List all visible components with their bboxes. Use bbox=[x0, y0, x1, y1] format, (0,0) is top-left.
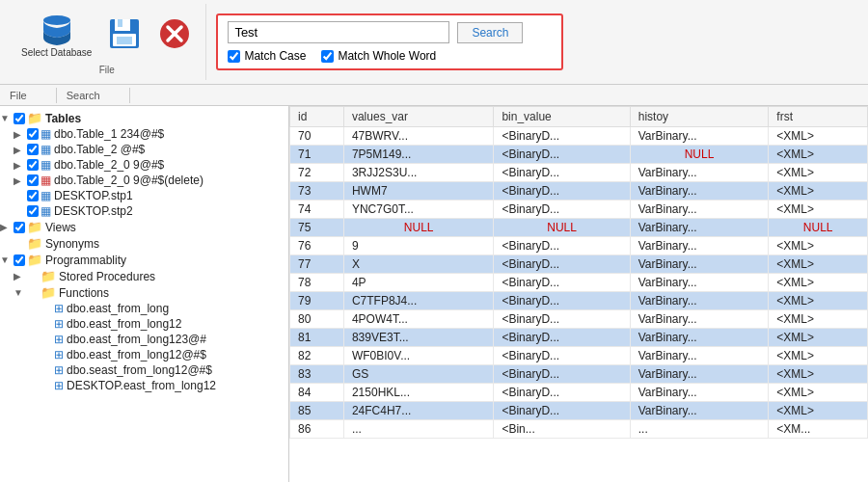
function-icon: ⊞ bbox=[54, 317, 64, 331]
table-row[interactable]: 8524FC4H7...<BinaryD...VarBinary...<XML> bbox=[290, 402, 868, 420]
toolbar: Select Database bbox=[0, 0, 868, 85]
match-whole-word-checkbox[interactable] bbox=[321, 50, 334, 63]
table-row[interactable]: 73HWM7<BinaryD...VarBinary...<XML> bbox=[290, 182, 868, 201]
tree-arrow: ▼ bbox=[0, 113, 12, 123]
match-case-label[interactable]: Match Case bbox=[228, 49, 306, 63]
table-row[interactable]: 82WF0BI0V...<BinaryD...VarBinary...<XML> bbox=[290, 347, 868, 365]
cell-id: 80 bbox=[290, 310, 344, 329]
table-row[interactable]: 842150HKL...<BinaryD...VarBinary...<XML> bbox=[290, 384, 868, 402]
cell-id: 85 bbox=[290, 402, 344, 420]
match-whole-word-label[interactable]: Match Whole Word bbox=[321, 49, 436, 63]
cell-frst: <XML> bbox=[769, 292, 868, 310]
cell-histoy: VarBinary... bbox=[630, 347, 769, 365]
tree-item-table6[interactable]: ▦DESKTOP.stp2 bbox=[0, 203, 288, 219]
tree-checkbox-prog-root[interactable] bbox=[14, 254, 25, 266]
table-icon: ▦ bbox=[41, 204, 51, 218]
cell-id: 78 bbox=[290, 274, 344, 292]
table-row[interactable]: 723RJJ2S3U...<BinaryD...VarBinary...<XML… bbox=[290, 164, 868, 182]
tree-item-fn2[interactable]: ⊞dbo.east_from_long12 bbox=[0, 316, 288, 332]
cell-id: 82 bbox=[290, 347, 344, 365]
cell-id: 81 bbox=[290, 329, 344, 347]
cell-bin_value: <BinaryD... bbox=[494, 365, 630, 384]
cell-bin_value: <BinaryD... bbox=[494, 164, 630, 182]
tree-checkbox-table4[interactable] bbox=[27, 174, 39, 186]
table-row[interactable]: 7047BWRV...<BinaryD...VarBinary...<XML> bbox=[290, 127, 868, 146]
table-icon: ▦ bbox=[41, 174, 51, 187]
cell-histoy: VarBinary... bbox=[630, 365, 769, 384]
table-row[interactable]: 784P<BinaryD...VarBinary...<XML> bbox=[290, 274, 868, 292]
tree-item-sp-root[interactable]: ▶📁Stored Procedures bbox=[0, 268, 288, 284]
tree-panel: ▼📁Tables▶▦dbo.Table_1 234@#$▶▦dbo.Table_… bbox=[0, 106, 289, 482]
tree-item-table5[interactable]: ▦DESKTOP.stp1 bbox=[0, 188, 288, 203]
tree-item-fn1[interactable]: ⊞dbo.east_from_long bbox=[0, 301, 288, 316]
tree-item-views-root[interactable]: ▶📁Views bbox=[0, 219, 288, 235]
tree-checkbox-table3[interactable] bbox=[27, 159, 39, 171]
cell-frst: <XML> bbox=[769, 164, 868, 182]
tree-checkbox-table6[interactable] bbox=[27, 205, 39, 217]
tree-item-fn3[interactable]: ⊞dbo.east_from_long123@# bbox=[0, 332, 288, 347]
table-row[interactable]: 769<BinaryD...VarBinary...<XML> bbox=[290, 237, 868, 255]
cell-frst: <XML> bbox=[769, 365, 868, 384]
table-row[interactable]: 74YNC7G0T...<BinaryD...VarBinary...<XML> bbox=[290, 201, 868, 219]
tree-checkbox-tables-root[interactable] bbox=[14, 113, 25, 124]
svg-rect-3 bbox=[118, 19, 122, 27]
save-button[interactable] bbox=[101, 14, 148, 55]
tree-item-table2[interactable]: ▶▦dbo.Table_2 @#$ bbox=[0, 142, 288, 157]
cell-histoy: VarBinary... bbox=[630, 329, 769, 347]
tree-item-prog-root[interactable]: ▼📁Programmablity bbox=[0, 252, 288, 268]
svg-point-0 bbox=[43, 15, 70, 25]
search-button[interactable]: Search bbox=[457, 22, 523, 43]
cell-values_var: C7TFP8J4... bbox=[343, 292, 493, 310]
tree-item-table4[interactable]: ▶▦dbo.Table_2_0 9@#$(delete) bbox=[0, 173, 288, 188]
tree-arrow: ▶ bbox=[14, 129, 25, 140]
tree-checkbox-table2[interactable] bbox=[27, 144, 39, 155]
select-database-button[interactable]: Select Database bbox=[15, 9, 97, 61]
function-icon: ⊞ bbox=[54, 363, 64, 377]
table-icon: ▦ bbox=[41, 127, 51, 141]
table-row[interactable]: 83GS<BinaryD...VarBinary...<XML> bbox=[290, 365, 868, 384]
cell-id: 73 bbox=[290, 182, 344, 201]
table-row[interactable]: 77X<BinaryD...VarBinary...<XML> bbox=[290, 255, 868, 274]
table-row[interactable]: 81839VE3T...<BinaryD...VarBinary...<XML> bbox=[290, 329, 868, 347]
tree-item-fn-root[interactable]: ▼📁Functions bbox=[0, 284, 288, 301]
folder-icon: 📁 bbox=[27, 111, 42, 125]
stop-button[interactable] bbox=[151, 14, 198, 55]
cell-id: 76 bbox=[290, 237, 344, 255]
cell-histoy: VarBinary... bbox=[630, 127, 769, 146]
tree-item-fn6[interactable]: ⊞DESKTOP.east_from_long12 bbox=[0, 378, 288, 393]
tree-checkbox-views-root[interactable] bbox=[14, 222, 25, 233]
table-row[interactable]: 79C7TFP8J4...<BinaryD...VarBinary...<XML… bbox=[290, 292, 868, 310]
folder-icon: 📁 bbox=[41, 285, 56, 300]
table-row[interactable]: 804POW4T...<BinaryD...VarBinary...<XML> bbox=[290, 310, 868, 329]
cell-values_var: 3RJJ2S3U... bbox=[343, 164, 493, 182]
table-row[interactable]: 86...<Bin......<XM... bbox=[290, 420, 868, 439]
tree-item-tables-root[interactable]: ▼📁Tables bbox=[0, 110, 288, 126]
cell-frst: <XML> bbox=[769, 310, 868, 329]
tree-item-syn-root[interactable]: 📁Synonyms bbox=[0, 235, 288, 252]
match-case-checkbox[interactable] bbox=[228, 50, 240, 63]
file-group: Select Database bbox=[8, 4, 206, 80]
table-row[interactable]: 717P5M149...<BinaryD...NULL<XML> bbox=[290, 146, 868, 164]
svg-rect-5 bbox=[117, 37, 132, 44]
tree-item-table1[interactable]: ▶▦dbo.Table_1 234@#$ bbox=[0, 126, 288, 142]
table-row[interactable]: 75NULLNULLVarBinary...NULL bbox=[290, 219, 868, 237]
cell-values_var: 24FC4H7... bbox=[343, 402, 493, 420]
stop-icon bbox=[157, 16, 192, 51]
cell-frst: <XML> bbox=[769, 402, 868, 420]
tree-label: Stored Procedures bbox=[59, 270, 155, 283]
function-icon: ⊞ bbox=[54, 379, 64, 392]
cell-histoy: VarBinary... bbox=[630, 182, 769, 201]
search-input[interactable] bbox=[228, 21, 449, 43]
tree-checkbox-table5[interactable] bbox=[27, 190, 39, 201]
cell-bin_value: <BinaryD... bbox=[494, 347, 630, 365]
cell-bin_value: <BinaryD... bbox=[494, 274, 630, 292]
tree-checkbox-table1[interactable] bbox=[27, 128, 39, 140]
tree-item-table3[interactable]: ▶▦dbo.Table_2_0 9@#$ bbox=[0, 157, 288, 173]
tree-item-fn5[interactable]: ⊞dbo.seast_from_long12@#$ bbox=[0, 362, 288, 378]
tree-item-fn4[interactable]: ⊞dbo.east_from_long12@#$ bbox=[0, 347, 288, 362]
tree-label: dbo.east_from_long123@# bbox=[67, 333, 206, 346]
tree-label: dbo.east_from_long12 bbox=[67, 317, 181, 331]
file-group-label: File bbox=[99, 65, 115, 75]
cell-histoy: VarBinary... bbox=[630, 255, 769, 274]
cell-bin_value: <BinaryD... bbox=[494, 384, 630, 402]
